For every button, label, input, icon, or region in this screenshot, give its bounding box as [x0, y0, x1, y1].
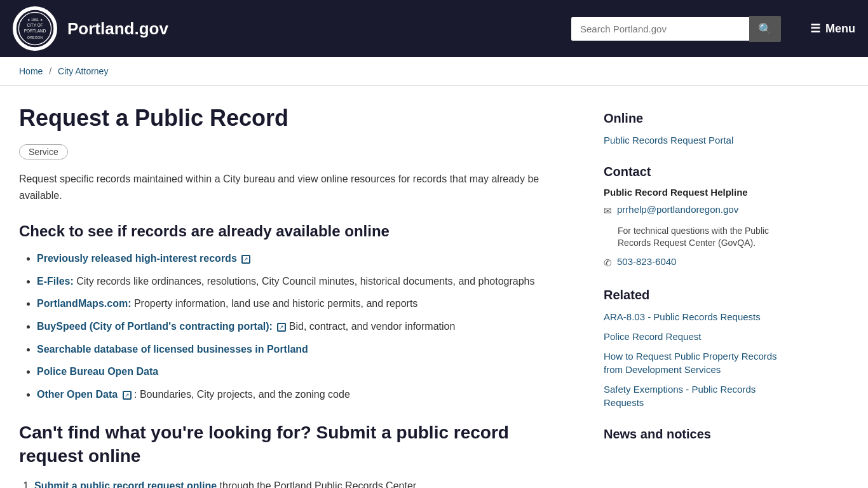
list-item: BuySpeed (City of Portland's contracting…	[37, 318, 566, 335]
svg-text:CITY OF: CITY OF	[27, 23, 43, 27]
page-content: Request a Public Record Service Request …	[0, 86, 868, 488]
email-row: ✉ prrhelp@portlandoregon.gov	[604, 203, 794, 219]
email-note: For technical questions with the Public …	[618, 225, 794, 250]
submit-request-link[interactable]: Submit a public record request online	[34, 480, 217, 488]
intro-text: Request specific records maintained with…	[19, 171, 566, 203]
list-item: PortlandMaps.com: Property information, …	[37, 295, 566, 312]
other-open-data-text: : Boundaries, City projects, and the zon…	[134, 389, 350, 400]
svg-text:PORTLAND: PORTLAND	[24, 29, 46, 33]
page-title: Request a Public Record	[19, 105, 566, 132]
sidebar: Online Public Records Request Portal Con…	[604, 105, 794, 488]
site-logo[interactable]: CITY OF PORTLAND OREGON ★ 1851 ★	[13, 6, 57, 51]
efiles-text: City records like ordinances, resolution…	[76, 276, 534, 287]
high-interest-records-link[interactable]: Previously released high-interest record…	[37, 253, 237, 264]
service-badge: Service	[19, 144, 68, 159]
related-link-safety[interactable]: Safety Exemptions - Public Records Reque…	[604, 383, 794, 409]
police-open-data-link[interactable]: Police Bureau Open Data	[37, 366, 158, 377]
submit-request-text: through the Portland Public Records Cent…	[220, 480, 419, 488]
public-records-portal-link[interactable]: Public Records Request Portal	[604, 133, 794, 147]
external-link-icon: ↗	[241, 255, 250, 264]
list-item: Searchable database of licensed business…	[37, 341, 566, 358]
sidebar-online-section: Online Public Records Request Portal	[604, 111, 794, 147]
efiles-link[interactable]: E-Files:	[37, 276, 74, 287]
site-header: CITY OF PORTLAND OREGON ★ 1851 ★ Portlan…	[0, 0, 868, 57]
breadcrumb: Home / City Attorney	[0, 57, 868, 86]
search-input[interactable]	[571, 17, 749, 41]
breadcrumb-home[interactable]: Home	[19, 66, 43, 76]
phone-row: ✆ 503-823-6040	[604, 255, 794, 271]
online-title: Online	[604, 111, 794, 126]
breadcrumb-current[interactable]: City Attorney	[58, 66, 108, 76]
related-link-ara[interactable]: ARA-8.03 - Public Records Requests	[604, 310, 794, 323]
list-item: Other Open Data ↗ : Boundaries, City pro…	[37, 386, 566, 403]
list-item: Police Bureau Open Data	[37, 363, 566, 380]
contact-title: Contact	[604, 165, 794, 179]
menu-button[interactable]: ☰ Menu	[810, 22, 855, 36]
sidebar-contact-section: Contact Public Record Request Helpline ✉…	[604, 165, 794, 270]
records-list: Previously released high-interest record…	[19, 250, 566, 402]
svg-text:OREGON: OREGON	[27, 36, 43, 39]
buyspeed-text: Bid, contract, and vendor information	[289, 321, 455, 332]
sidebar-related-section: Related ARA-8.03 - Public Records Reques…	[604, 288, 794, 409]
other-open-data-link[interactable]: Other Open Data	[37, 389, 118, 400]
breadcrumb-separator: /	[49, 66, 51, 76]
email-link[interactable]: prrhelp@portlandoregon.gov	[617, 204, 738, 215]
list-item: Previously released high-interest record…	[37, 250, 566, 267]
buyspeed-link[interactable]: BuySpeed (City of Portland's contracting…	[37, 321, 273, 332]
related-title: Related	[604, 288, 794, 302]
submit-request-list: Submit a public record request online th…	[19, 478, 566, 488]
svg-text:★ 1851 ★: ★ 1851 ★	[27, 18, 43, 22]
phone-icon: ✆	[604, 256, 612, 271]
search-button[interactable]: 🔍	[749, 16, 781, 42]
main-column: Request a Public Record Service Request …	[19, 105, 566, 488]
phone-link[interactable]: 503-823-6040	[617, 255, 676, 268]
related-link-property[interactable]: How to Request Public Property Records f…	[604, 349, 794, 376]
email-icon: ✉	[604, 204, 612, 219]
section2-heading: Can't find what you're looking for? Subm…	[19, 421, 566, 468]
menu-icon: ☰	[810, 22, 820, 36]
site-title: Portland.gov	[67, 19, 561, 39]
news-title: News and notices	[604, 427, 794, 442]
portlandmaps-text: Property information, land use and histo…	[134, 298, 417, 309]
portlandmaps-link[interactable]: PortlandMaps.com:	[37, 298, 131, 309]
ordered-list-item: Submit a public record request online th…	[34, 478, 566, 488]
related-link-police[interactable]: Police Record Request	[604, 330, 794, 343]
menu-label: Menu	[825, 22, 855, 36]
search-bar: 🔍	[571, 16, 781, 42]
external-link-icon: ↗	[123, 391, 132, 400]
licensed-businesses-link[interactable]: Searchable database of licensed business…	[37, 344, 308, 355]
sidebar-news-section: News and notices	[604, 427, 794, 442]
helpline-label: Public Record Request Helpline	[604, 187, 794, 198]
list-item: E-Files: City records like ordinances, r…	[37, 273, 566, 290]
external-link-icon: ↗	[277, 323, 286, 332]
section1-heading: Check to see if records are already avai…	[19, 222, 566, 240]
